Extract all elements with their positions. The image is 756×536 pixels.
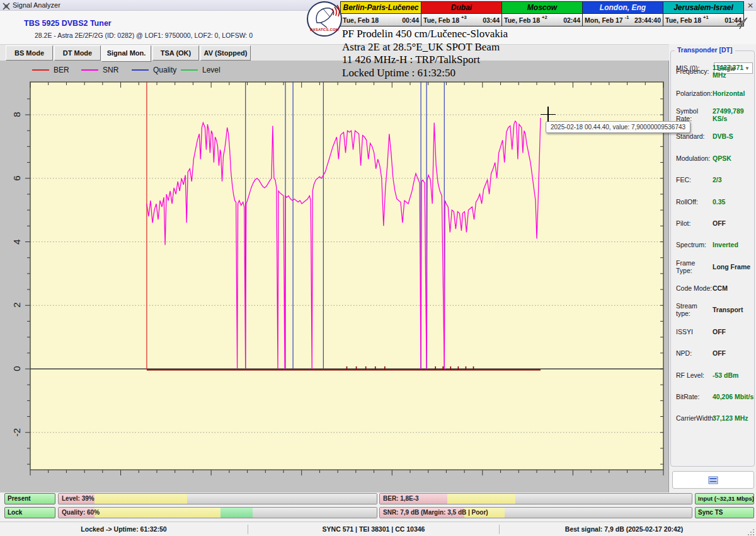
transponder-row-label: CarrierWidth: xyxy=(676,414,713,422)
transponder-row-value: QPSK xyxy=(713,154,731,162)
legend-item: Level xyxy=(181,65,220,75)
transponder-row: Polarization:Horizontal xyxy=(671,82,754,103)
resize-grip[interactable] xyxy=(747,527,755,535)
clock-time: 23:44:40 xyxy=(634,16,661,24)
tuner-title: TBS 5925 DVBS2 Tuner xyxy=(24,19,112,28)
transponder-row-label: Stream type: xyxy=(676,302,713,317)
transponder-row: BitRate:40,206 Mbit/s xyxy=(671,386,754,407)
transponder-row-value: Transport xyxy=(713,306,743,313)
legend-label: SNR xyxy=(103,66,118,74)
transponder-row-label: Frequency: xyxy=(676,67,713,75)
crosshair-icon xyxy=(547,107,549,122)
transponder-row-value: 27499,789 KS/s xyxy=(713,107,754,122)
transponder-row-value: 0.35 xyxy=(713,198,725,206)
transponder-row: RollOff:0.35 xyxy=(671,190,754,212)
transponder-row: Code Mode:CCM xyxy=(671,277,754,299)
chart-legend: BERSNRQualityLevel xyxy=(0,65,668,76)
transponder-row: Modulation:QPSK xyxy=(671,148,754,169)
legend-swatch xyxy=(81,69,98,71)
stream-list-button[interactable] xyxy=(672,471,754,489)
transponder-row: FEC:2/3 xyxy=(671,169,754,190)
tab-dt-mode[interactable]: DT Mode xyxy=(54,45,101,61)
transponder-row: Spectrum:Inverted xyxy=(671,234,754,255)
lock-indicator: Lock xyxy=(4,507,55,518)
chart-tooltip: 2025-02-18 00.44.40, value: 7,9000000953… xyxy=(546,121,690,133)
clock-time-row: Tue, Feb 1800:44 xyxy=(341,14,421,26)
meter-segment xyxy=(505,508,692,518)
annotation-overlay: PF Prodelin 450 cm/Lučenec-Slovakia Astr… xyxy=(342,28,508,79)
close-icon[interactable]: ✕ xyxy=(746,1,755,10)
transponder-row-value: OFF xyxy=(713,328,726,335)
clock-city-label: Dubai xyxy=(421,2,501,14)
transponder-row-value: 40,206 Mbit/s xyxy=(713,393,753,400)
tab-tsa[interactable]: TSA (OK) xyxy=(152,45,199,61)
clock-date: Mon, Feb 17 xyxy=(585,16,623,24)
y-axis-tick-label: 6 xyxy=(11,170,22,186)
transponder-row: Stream type:Transport xyxy=(671,299,754,320)
satellite-dish-icon xyxy=(308,4,341,29)
transponder-row: ISSYIOFF xyxy=(671,321,754,342)
list-icon xyxy=(708,476,718,484)
legend-item: SNR xyxy=(81,65,118,75)
clock-city-label: Berlin-Paris-Lučenec xyxy=(341,2,421,14)
clock-date: Tue, Feb 18 xyxy=(423,16,459,24)
meter-text: Level: 39% xyxy=(62,495,94,502)
clock-column: DubaiTue, Feb 18+303:44 xyxy=(421,2,502,26)
transponder-row-label: Symbol Rate: xyxy=(676,107,713,122)
clock-time-row: Tue, Feb 18+303:44 xyxy=(421,14,501,26)
meter-text: Quality: 60% xyxy=(62,509,100,516)
ber-meter: BER: 1,8E-3 xyxy=(379,493,692,504)
transponder-row-label: Pilot: xyxy=(676,219,713,227)
clock-city-label: Jerusalem-Israel xyxy=(663,2,743,14)
meter-segment xyxy=(187,494,377,504)
tab-av[interactable]: AV (Stopped) xyxy=(200,45,251,61)
y-axis-tick-label: 8 xyxy=(11,107,22,123)
transponder-panel-title: Transponder [DT] xyxy=(675,46,735,54)
clock-utc-offset: +2 xyxy=(542,15,547,20)
transponder-row-value: Horizontal xyxy=(713,90,745,97)
level-meter: Level: 39% xyxy=(58,493,377,504)
meter-segment xyxy=(515,494,692,504)
transponder-panel: Transponder [DT] Frequency:11427,371 MHz… xyxy=(670,50,755,467)
transponder-row-value: CCM xyxy=(713,284,728,292)
clock-time: 00:44 xyxy=(402,16,419,24)
transponder-row-label: FEC: xyxy=(676,176,713,184)
meter-segment xyxy=(220,508,253,518)
annotation-line: Astra 2E at 28.5°E_UK SPOT Beam xyxy=(342,41,508,54)
status-sync-counters: SYNC 571 | TEI 38301 | CC 10346 xyxy=(248,522,499,536)
y-axis-tick-label: 2 xyxy=(11,297,22,313)
meter-segment xyxy=(253,508,377,518)
transponder-row-value: DVB-S xyxy=(713,132,733,140)
transponder-row-value: -53 dBm xyxy=(713,371,738,379)
transponder-row-label: Polarization: xyxy=(676,90,713,97)
clock-utc-offset: +1 xyxy=(703,15,709,20)
sync-ts-indicator: Sync TS xyxy=(695,507,754,518)
clock-time: 02:44 xyxy=(563,16,580,24)
meter-segment xyxy=(94,494,187,504)
clock-city-label: Moscow xyxy=(502,2,582,14)
clock-time: 03:44 xyxy=(483,16,500,24)
legend-swatch xyxy=(132,69,149,71)
y-axis-tick-label: 4 xyxy=(11,233,22,250)
input-indicator: Input (~32,31 Mbps) xyxy=(695,493,754,504)
clock-date: Tue, Feb 18 xyxy=(504,16,540,24)
y-axis-tick-label: 0 xyxy=(11,361,22,377)
tuner-subtitle: 28.2E - Astra 2E/2F/2G (ID: 0282) @ LOF1… xyxy=(35,32,253,39)
app-icon xyxy=(3,1,10,9)
signal-chart[interactable] xyxy=(24,76,669,479)
legend-label: Quality xyxy=(153,66,176,74)
cursor-arrow-icon xyxy=(736,16,750,34)
annotation-line: 11 426 MHz-H : TRP/TalkSport xyxy=(342,54,508,67)
tab-signal-mon[interactable]: Signal Mon. xyxy=(101,45,151,62)
legend-item: BER xyxy=(32,65,69,75)
quality-meter: Quality: 60% xyxy=(58,507,377,518)
transponder-row-label: Standard: xyxy=(676,132,713,140)
transponder-row-label: NPD: xyxy=(676,349,713,357)
transponder-row-label: Frame Type: xyxy=(676,259,713,274)
transponder-row-value: 11427,371 MHz xyxy=(713,64,754,79)
tab-bs-mode[interactable]: BS Mode xyxy=(6,45,53,61)
clock-utc-offset: +3 xyxy=(461,15,467,20)
transponder-row-label: RF Level: xyxy=(676,371,713,379)
dxsatcs-logo: DXSATCS.COM xyxy=(307,1,342,37)
transponder-row: RF Level:-53 dBm xyxy=(671,364,754,385)
